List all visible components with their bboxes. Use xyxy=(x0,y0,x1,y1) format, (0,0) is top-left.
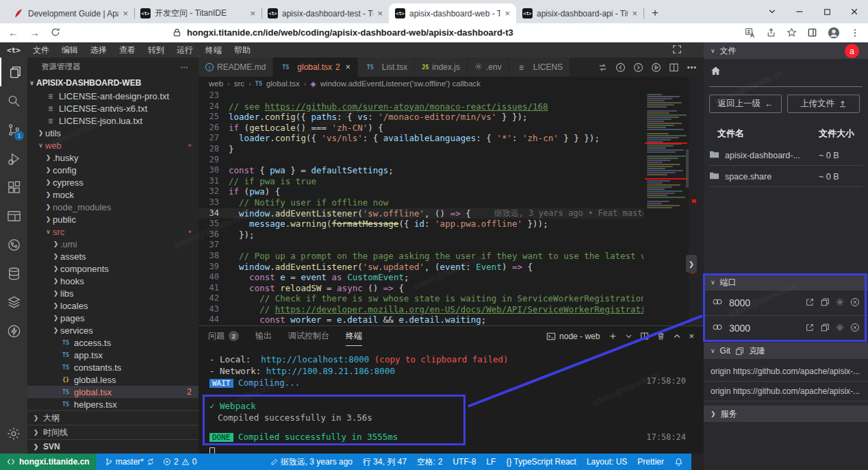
editor-tab[interactable]: ≡LICENS xyxy=(509,58,570,77)
tree-item[interactable]: TSapp.tsx xyxy=(27,349,199,361)
sync-icon[interactable] xyxy=(146,458,155,466)
notifications-bell-icon[interactable] xyxy=(674,458,683,467)
tree-item[interactable]: ❯services xyxy=(27,324,199,336)
close-panel-icon[interactable]: × xyxy=(689,331,694,341)
back-icon[interactable]: ← xyxy=(8,27,18,38)
panel-tab-调试控制台[interactable]: 调试控制台 xyxy=(288,326,329,346)
git-remote-row[interactable]: origin https://github.com/apache/apisix-… xyxy=(704,362,868,382)
tree-item[interactable]: ❯mock xyxy=(27,188,199,201)
activity-extensions-icon[interactable] xyxy=(0,173,27,201)
browser-tab[interactable]: <t>apisix-dashboard-api - TitanID× xyxy=(516,3,643,23)
explorer-root-folder[interactable]: ∨ APISIX-DASHBOARD-WEB xyxy=(27,76,199,90)
terminal-output[interactable]: - Local: http://localhost:8000 (copy to … xyxy=(199,346,704,454)
tab-close-icon[interactable]: × xyxy=(505,9,510,18)
home-icon[interactable] xyxy=(711,66,721,78)
split-editor-icon[interactable] xyxy=(669,62,679,73)
open-external-icon[interactable] xyxy=(805,323,815,334)
tab-close-icon[interactable]: × xyxy=(346,62,350,72)
forward-icon[interactable]: → xyxy=(29,27,40,38)
git-remote-row[interactable]: origin https://github.com/apache/apisix-… xyxy=(704,382,868,401)
nav-forward-icon[interactable] xyxy=(633,62,643,73)
tree-item[interactable]: ❯locales xyxy=(27,299,199,312)
more-actions-icon[interactable] xyxy=(687,62,697,73)
activity-git-graph-icon[interactable] xyxy=(0,230,27,259)
ports-section-header[interactable]: ∨ 端口 xyxy=(704,274,868,290)
tree-item[interactable]: ❯config xyxy=(27,164,199,176)
tree-item[interactable]: ≡LICENSE-antvis-x6.txt xyxy=(27,102,199,114)
close-port-icon[interactable] xyxy=(850,297,860,309)
services-section-header[interactable]: ❯ 服务 xyxy=(704,406,868,422)
activity-preview-window-icon[interactable] xyxy=(0,201,27,230)
sidebar-section-0[interactable]: ❯大纲 xyxy=(27,410,199,425)
tree-item[interactable]: TSglobal.tsx2 xyxy=(27,386,199,398)
breadcrumb-item[interactable]: window.addEventListener('sw.offline') ca… xyxy=(320,79,481,88)
tree-item[interactable]: TSconstants.ts xyxy=(27,361,199,373)
formatter[interactable]: Prettier xyxy=(637,457,664,467)
window-close-icon[interactable] xyxy=(841,0,868,23)
menu-item-0[interactable]: 文件 xyxy=(27,45,55,56)
shell-selector[interactable]: node - web xyxy=(546,332,600,341)
settings-gear-icon[interactable] xyxy=(0,419,27,448)
new-tab-button[interactable]: + xyxy=(646,4,664,22)
activity-run-debug-icon[interactable] xyxy=(0,144,27,173)
tree-item[interactable]: ❯public xyxy=(27,213,199,225)
menu-item-7[interactable]: 帮助 xyxy=(228,45,257,56)
browser-tab[interactable]: <t>apisix-dashboard-web - Titan× xyxy=(389,3,516,23)
tree-item[interactable]: ❯pages xyxy=(27,312,199,324)
panel-tab-问题[interactable]: 问题2 xyxy=(208,326,239,346)
menu-item-5[interactable]: 运行 xyxy=(170,45,199,56)
blame-status[interactable]: 据致远, 3 years ago xyxy=(270,456,353,468)
address-bar[interactable]: hongxi.titanide.cn/ide/web/coding/apisix… xyxy=(71,27,737,38)
files-section-header[interactable]: ∨ 文件 xyxy=(704,42,868,59)
menu-item-6[interactable]: 终端 xyxy=(199,45,228,56)
tree-item[interactable]: TSaccess.ts xyxy=(27,336,199,349)
activity-layers-icon[interactable] xyxy=(0,288,27,317)
menu-item-3[interactable]: 查看 xyxy=(113,45,142,56)
editor-tab[interactable]: TSglobal.tsx2× xyxy=(273,58,357,77)
explorer-more-icon[interactable]: ⋯ xyxy=(181,62,190,72)
breadcrumb-item[interactable]: global.tsx xyxy=(266,79,300,88)
activity-bolt-icon[interactable] xyxy=(0,317,27,345)
browser-tab[interactable]: Development Guide | Apache× xyxy=(7,3,134,23)
problems-indicator[interactable]: 2 0 xyxy=(163,457,196,467)
port-settings-gear-icon[interactable] xyxy=(835,323,845,334)
cursor-position[interactable]: 行 34, 列 47 xyxy=(363,456,407,468)
copy-address-icon[interactable] xyxy=(820,297,830,309)
kebab-menu-icon[interactable] xyxy=(850,28,860,38)
notification-badge[interactable]: a xyxy=(845,44,859,58)
editor-tab[interactable]: .env xyxy=(468,58,509,77)
tree-item[interactable]: {}global.less xyxy=(27,373,199,386)
window-maximize-icon[interactable] xyxy=(813,0,841,23)
sidebar-section-2[interactable]: ❯SVN xyxy=(27,439,199,454)
clone-label[interactable]: 克隆 xyxy=(749,345,765,357)
activity-search-icon[interactable] xyxy=(0,86,27,115)
file-list-row[interactable]: apisix-dashboard-...~ 0 B xyxy=(709,145,863,166)
tree-item[interactable]: ∨src● xyxy=(27,225,199,238)
browser-tab[interactable]: <t>开发空间 - TitanIDE× xyxy=(134,3,261,23)
tree-item[interactable]: ❯libs xyxy=(27,287,199,299)
open-changes-icon[interactable] xyxy=(598,62,608,73)
tree-item[interactable]: ❯assets xyxy=(27,250,199,262)
tree-item[interactable]: ❯node_modules xyxy=(27,201,199,213)
activity-files-icon[interactable] xyxy=(0,58,27,86)
menu-item-2[interactable]: 选择 xyxy=(84,45,113,56)
new-terminal-icon[interactable]: ＋ xyxy=(607,330,617,343)
local-url[interactable]: http://localhost:8000 xyxy=(261,354,369,364)
tab-close-icon[interactable]: × xyxy=(123,9,128,18)
translate-icon[interactable] xyxy=(745,27,756,38)
tree-item[interactable]: ❯utils xyxy=(27,127,199,139)
bookmark-star-icon[interactable] xyxy=(787,27,797,38)
language-mode[interactable]: {} TypeScript React xyxy=(506,457,576,467)
tree-item[interactable]: ❯hooks xyxy=(27,275,199,287)
file-list-row[interactable]: space.share~ 0 B xyxy=(709,166,863,187)
indentation[interactable]: 空格: 2 xyxy=(417,456,442,468)
profile-avatar[interactable] xyxy=(828,27,840,39)
panel-expand-chevron[interactable]: ❯ xyxy=(686,255,697,273)
upload-file-button[interactable]: 上传文件 xyxy=(787,95,860,113)
split-terminal-icon[interactable] xyxy=(640,332,649,341)
remote-indicator[interactable]: hongxi.titanide.cn xyxy=(0,454,97,470)
activity-source-control-icon[interactable]: 1 xyxy=(0,115,27,144)
editor-tab[interactable]: TSList.tsx xyxy=(358,58,415,77)
network-url[interactable]: http://100.89.21.186:8000 xyxy=(266,366,395,376)
reload-icon[interactable] xyxy=(51,27,60,38)
